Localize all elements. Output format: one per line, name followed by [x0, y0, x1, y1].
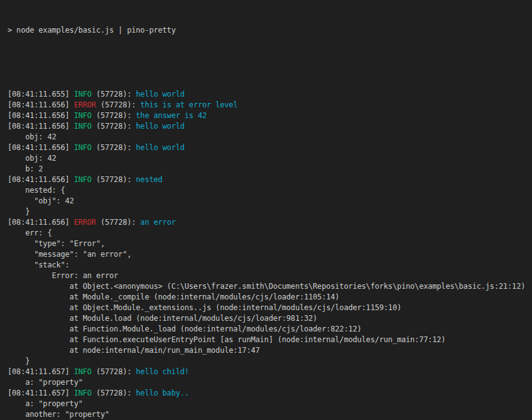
log-output: [08:41:11.655] INFO (57728): hello world… [8, 89, 529, 420]
log-text: at Function.Module._load (node:internal/… [8, 325, 362, 333]
log-text: another: "property" [8, 410, 109, 419]
log-text: (57728): [96, 218, 140, 227]
terminal[interactable]: > node examples/basic.js | pino-pretty [… [0, 0, 532, 420]
log-timestamp: [08:41:11.656] [8, 100, 74, 109]
log-message: hello child! [136, 367, 189, 376]
log-text: at Object.<anonymous> (C:\Users\frazer.s… [8, 282, 525, 291]
log-level: ERROR [74, 218, 96, 227]
log-message: hello world [136, 122, 185, 131]
log-level: INFO [74, 389, 92, 397]
log-text: } [8, 207, 30, 216]
log-line: at Object.<anonymous> (C:\Users\frazer.s… [8, 281, 529, 292]
log-level: ERROR [74, 100, 96, 109]
log-text: b: 2 [8, 164, 43, 173]
log-text: obj: 42 [8, 154, 57, 163]
log-text: "obj": 42 [8, 197, 74, 205]
log-line: "stack": [8, 260, 529, 271]
log-line: Error: an error [8, 271, 529, 281]
log-timestamp: [08:41:11.656] [8, 111, 74, 120]
log-text: obj: 42 [8, 132, 57, 141]
log-level: INFO [74, 111, 92, 120]
log-line: [08:41:11.656] INFO (57728): hello world [8, 121, 529, 132]
log-line: [08:41:11.655] INFO (57728): hello world [8, 89, 529, 100]
log-timestamp: [08:41:11.656] [8, 122, 74, 131]
log-text: at Function.executeUserEntryPoint [as ru… [8, 335, 445, 344]
log-message: an error [140, 218, 175, 227]
log-timestamp: [08:41:11.656] [8, 143, 74, 152]
log-line: "message": "an error", [8, 249, 529, 260]
log-text: Error: an error [8, 271, 118, 280]
log-text: at Module.load (node:internal/modules/cj… [8, 314, 317, 323]
log-text: (57728): [92, 367, 136, 376]
log-message: the answer is 42 [136, 111, 207, 120]
log-timestamp: [08:41:11.656] [8, 175, 74, 184]
log-line: at Module._compile (node:internal/module… [8, 292, 529, 303]
log-line: at Module.load (node:internal/modules/cj… [8, 313, 529, 324]
log-line: [08:41:11.657] INFO (57728): hello baby.… [8, 388, 529, 399]
log-line: "obj": 42 [8, 196, 529, 207]
log-line: [08:41:11.657] INFO (57728): hello child… [8, 367, 529, 377]
log-line: [08:41:11.656] INFO (57728): the answer … [8, 110, 529, 121]
log-message: hello baby.. [136, 389, 189, 397]
log-timestamp: [08:41:11.656] [8, 218, 74, 227]
log-text: (57728): [96, 100, 140, 109]
log-line: a: "property" [8, 399, 529, 409]
log-line: obj: 42 [8, 153, 529, 164]
log-text: nested: { [8, 186, 65, 195]
log-line: [08:41:11.656] INFO (57728): hello world [8, 143, 529, 153]
log-line: [08:41:11.656] ERROR (57728): an error [8, 217, 529, 228]
log-line: another: "property" [8, 409, 529, 420]
log-message: this is at error level [140, 100, 237, 109]
log-line: [08:41:11.656] ERROR (57728): this is at… [8, 100, 529, 110]
log-line: } [8, 207, 529, 217]
log-line: err: { [8, 228, 529, 239]
log-message: hello world [136, 143, 185, 152]
log-text: (57728): [92, 122, 136, 131]
log-timestamp: [08:41:11.655] [8, 90, 74, 99]
log-level: INFO [74, 122, 92, 131]
log-line: at Function.executeUserEntryPoint [as ru… [8, 335, 529, 345]
log-text: "type": "Error", [8, 239, 105, 248]
log-line: at Object.Module._extensions..js (node:i… [8, 303, 529, 313]
log-line: [08:41:11.656] INFO (57728): nested [8, 175, 529, 185]
log-line: "type": "Error", [8, 239, 529, 249]
log-level: INFO [74, 367, 92, 376]
log-text: a: "property" [8, 378, 83, 387]
log-line: b: 2 [8, 164, 529, 175]
log-timestamp: [08:41:11.657] [8, 367, 74, 376]
log-text: "stack": [8, 261, 70, 269]
log-message: nested [136, 175, 162, 184]
log-text: (57728): [92, 175, 136, 184]
log-line: obj: 42 [8, 132, 529, 143]
log-level: INFO [74, 143, 92, 152]
command-line: > node examples/basic.js | pino-pretty [8, 25, 529, 36]
log-line: nested: { [8, 185, 529, 196]
log-text: (57728): [92, 111, 136, 120]
blank-line [8, 57, 529, 68]
log-text: at node:internal/main/run_main_module:17… [8, 346, 260, 355]
log-text: (57728): [92, 143, 136, 152]
log-level: INFO [74, 175, 92, 184]
log-text: } [8, 357, 30, 365]
log-message: hello world [136, 90, 185, 99]
log-line: a: "property" [8, 377, 529, 388]
log-text: (57728): [92, 389, 136, 397]
log-text: (57728): [92, 90, 136, 99]
log-line: } [8, 356, 529, 367]
log-line: at node:internal/main/run_main_module:17… [8, 345, 529, 356]
log-text: at Module._compile (node:internal/module… [8, 293, 339, 301]
log-text: err: { [8, 229, 52, 237]
log-text: a: "property" [8, 399, 83, 408]
log-text: at Object.Module._extensions..js (node:i… [8, 303, 401, 312]
log-text: "message": "an error", [8, 250, 131, 259]
log-timestamp: [08:41:11.657] [8, 389, 74, 397]
log-level: INFO [74, 90, 92, 99]
log-line: at Function.Module._load (node:internal/… [8, 324, 529, 335]
